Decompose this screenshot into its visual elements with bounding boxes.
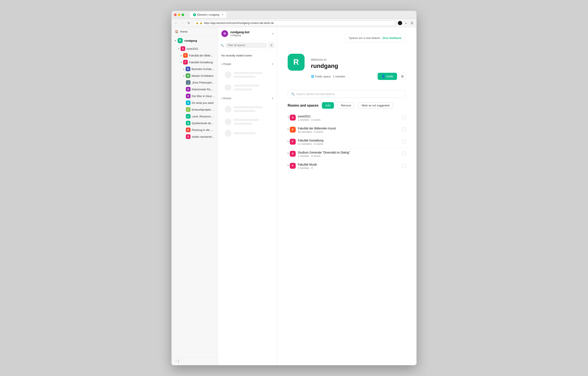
people-loading xyxy=(218,68,277,95)
add-button[interactable]: Add xyxy=(322,102,334,109)
room-list-item: ▸ S Studium Generale "Diversität im Dial… xyxy=(288,148,406,160)
bot-header-chevron: ▾ xyxy=(273,33,273,35)
expand-icon[interactable]: ▾ xyxy=(288,115,289,118)
room-checkbox[interactable] xyxy=(402,140,406,143)
feedback-link[interactable]: Give feedback. xyxy=(382,36,402,40)
rooms-chevron[interactable]: ▾ xyxy=(221,97,222,100)
add-people-button[interactable]: + xyxy=(272,62,273,66)
sidebar-item-fakultaet-gestaltung[interactable]: ▾ F Fakultät Gestaltung xyxy=(171,59,218,66)
room-checkbox[interactable] xyxy=(402,128,406,131)
room-item-name: Fakultät Gestaltung xyxy=(298,139,402,142)
active-tab[interactable]: E Element | rundgang ✕ xyxy=(190,12,226,18)
expand-icon[interactable]: ▸ xyxy=(288,140,289,143)
sidebar-item-land[interactable]: L Land, Ressourcen und... xyxy=(171,113,218,120)
sidebar-item-bachelor-architektur[interactable]: ▸ B Bachelor Architektur xyxy=(171,66,218,72)
sidebar-scroll: ▾ S sose2021 ▸ F Fakultät der Bildenden … xyxy=(171,45,218,357)
rooms-loading-item-1 xyxy=(221,103,273,115)
loading-lines xyxy=(234,117,270,126)
address-bar: ← → ↻ 🔒 🔒 https://app.element.io/#/room/… xyxy=(171,19,417,27)
people-section-left: ▾ People xyxy=(221,63,231,66)
public-text: 🌐 Public space · 1 member xyxy=(311,75,345,78)
forward-button[interactable]: → xyxy=(180,21,185,25)
room-checkbox[interactable] xyxy=(402,152,406,155)
room-avatar: F xyxy=(290,139,296,145)
address-bar-right: » ☰ xyxy=(398,21,414,25)
filter-settings-button[interactable]: # xyxy=(268,42,274,48)
room-list-item: ▸ F Fakultät Gestaltung 11 members · 0 r… xyxy=(288,136,406,148)
invite-icon: 👤 xyxy=(381,75,385,78)
room-item-info: Fakultät Gestaltung 11 members · 0 rooms xyxy=(298,139,402,145)
rooms-loading xyxy=(218,102,277,139)
minimize-button[interactable] xyxy=(178,13,180,16)
people-chevron[interactable]: ▾ xyxy=(221,63,222,65)
back-button[interactable]: ← xyxy=(174,21,178,25)
sidebar-item-die-80er[interactable]: D Die 80er in Deutschla... xyxy=(171,93,218,100)
tab-close-button[interactable]: ✕ xyxy=(221,13,223,16)
title-bar: E Element | rundgang ✕ xyxy=(171,11,417,19)
expand-icon[interactable]: ▸ xyxy=(288,164,289,167)
sidebar-item-label: Fakultät Gestaltung xyxy=(189,61,213,64)
chevron-right-icon: ▸ xyxy=(183,68,184,70)
gear-icon: ⚙ xyxy=(401,74,404,78)
reload-button[interactable]: ↻ xyxy=(187,21,191,25)
expand-icon[interactable]: ▸ xyxy=(288,152,289,155)
add-rooms-button[interactable]: + xyxy=(272,96,273,100)
space-avatar: R xyxy=(178,38,183,43)
rooms-loading-item-3 xyxy=(221,128,273,138)
loading-lines xyxy=(234,70,270,79)
collapse-button[interactable]: ←| xyxy=(175,359,179,363)
mark-not-suggested-button[interactable]: Mark as not suggested xyxy=(358,102,393,109)
sidebar-item-studio[interactable]: S studio raumproduktio... xyxy=(171,133,218,140)
sidebar-item-eine-philosophie[interactable]: „ „Eine Philosophie der... xyxy=(171,79,218,86)
room-list-item: ▾ S sose2021 1 member · 0 rooms xyxy=(288,112,406,124)
lock-icon: 🔒 xyxy=(200,22,202,24)
profile-circle[interactable] xyxy=(398,21,402,25)
room-icon-large: R xyxy=(288,54,304,71)
close-button[interactable] xyxy=(174,13,177,16)
room-item-info: Fakultät Musik 1 member · 0 xyxy=(298,163,402,170)
av-do-what: D xyxy=(186,100,190,105)
sidebar-item-label: studio raumproduktio... xyxy=(192,135,214,138)
sidebar-item-label: Rückzug in die Welt. xyxy=(192,128,214,132)
sidebar-item-sose2021[interactable]: ▾ S sose2021 xyxy=(171,45,218,52)
maximize-button[interactable] xyxy=(182,13,184,16)
filter-area: 🔍 # xyxy=(218,40,277,51)
sidebar-item-rueckzug[interactable]: R Rückzug in die Welt. xyxy=(171,126,218,133)
filter-input[interactable] xyxy=(225,43,267,48)
tab-title: Element | rundgang xyxy=(197,13,220,16)
shield-icon: 🔒 xyxy=(196,22,199,24)
main-panel: Spaces are a new feature. Give feedback.… xyxy=(277,27,417,365)
av-entwurfsprojekt: E xyxy=(186,107,190,112)
room-title: rundgang xyxy=(311,63,406,69)
rooms-section-left: ▾ Rooms xyxy=(221,97,231,100)
search-icon: 🔍 xyxy=(291,92,295,96)
bot-subname: rundgang xyxy=(230,34,249,37)
home-item[interactable]: 🏠 Home xyxy=(171,27,218,36)
room-checkbox[interactable] xyxy=(402,115,406,119)
bot-avatar: R xyxy=(221,30,228,37)
expand-icon[interactable]: ▸ xyxy=(288,128,289,131)
invite-button[interactable]: 👤 Invite xyxy=(378,73,397,80)
remove-button[interactable]: Remove xyxy=(337,102,355,109)
sidebar-item-do-what[interactable]: D Do what you want xyxy=(171,100,218,106)
bot-name: rundgang-bot xyxy=(230,31,249,34)
no-rooms-text: No recently visited rooms xyxy=(218,51,277,60)
chevron-right-icon: ▸ xyxy=(181,54,182,57)
settings-button[interactable]: ⚙ xyxy=(399,73,406,80)
sidebar-item-master-architektur[interactable]: ▾ M Master Architektur xyxy=(171,72,218,79)
space-header[interactable]: ▾ R rundgang xyxy=(171,36,218,45)
sidebar-item-fakultaet-bildenden[interactable]: ▸ F Fakultät der Bildenden K... xyxy=(171,52,218,59)
sidebar-item-entwurfsprojekt[interactable]: E Entwurfsprojekt Sobe... xyxy=(171,106,218,113)
url-bar[interactable]: 🔒 🔒 https://app.element.io/#/room/#rundg… xyxy=(193,20,396,26)
room-list: ▾ S sose2021 1 member · 0 rooms ▸ F F xyxy=(288,112,406,172)
menu-button[interactable]: ☰ xyxy=(410,21,414,25)
sidebar-item-dekoloniale[interactable]: D Dekoloniale Rauminsp... xyxy=(171,86,218,93)
sidebar-item-quellentexte[interactable]: Q Quellentexte der Arch... xyxy=(171,120,218,126)
loading-row xyxy=(234,85,259,87)
loading-lines xyxy=(234,104,270,114)
search-bar[interactable]: 🔍 Search names and descriptions xyxy=(288,90,406,98)
room-checkbox[interactable] xyxy=(402,164,406,167)
loading-row xyxy=(234,72,263,74)
av-dekoloniale: D xyxy=(186,87,190,92)
extensions-button[interactable]: » xyxy=(404,21,408,25)
